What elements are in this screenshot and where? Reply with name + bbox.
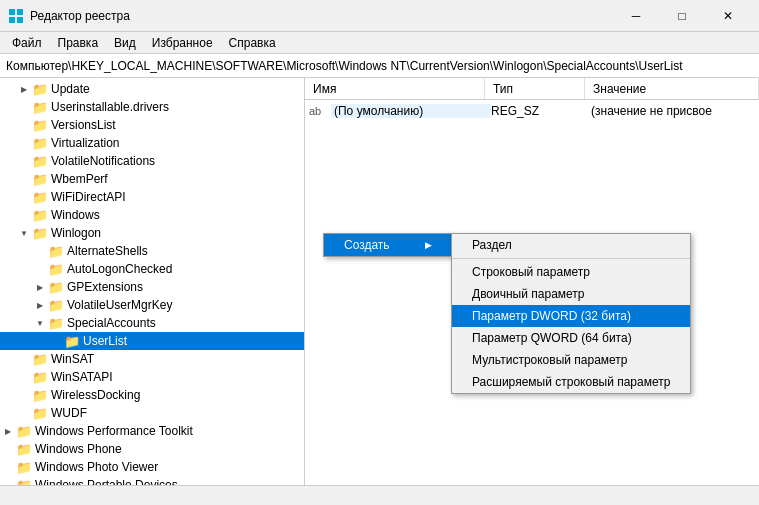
folder-icon: 📁	[16, 423, 32, 439]
tree-item-label: Virtualization	[51, 136, 119, 150]
tree-item[interactable]: ▶📁Windows Portable Devices	[0, 476, 304, 485]
tree-item-label: Windows Photo Viewer	[35, 460, 158, 474]
folder-icon: 📁	[32, 369, 48, 385]
submenu-item-dword[interactable]: Параметр DWORD (32 бита)	[452, 305, 690, 327]
status-bar	[0, 485, 759, 505]
folder-icon: 📁	[48, 297, 64, 313]
tree-item[interactable]: ▶📁WinSAT	[0, 350, 304, 368]
tree-item-label: Winlogon	[51, 226, 101, 240]
submenu-item-qword[interactable]: Параметр QWORD (64 бита)	[452, 327, 690, 349]
tree-item-label: Windows Portable Devices	[35, 478, 178, 485]
close-button[interactable]: ✕	[705, 0, 751, 32]
submenu-item-string[interactable]: Строковый параметр	[452, 261, 690, 283]
tree-item[interactable]: ▶📁Windows Performance Toolkit	[0, 422, 304, 440]
folder-icon: 📁	[16, 459, 32, 475]
tree-item[interactable]: ▶📁AutoLogonChecked	[0, 260, 304, 278]
tree-item[interactable]: ▶📁Windows	[0, 206, 304, 224]
svg-rect-0	[9, 9, 15, 15]
tree-item[interactable]: ▶📁Update	[0, 80, 304, 98]
tree-expander-icon[interactable]: ▶	[16, 81, 32, 97]
tree-item-label: Windows	[51, 208, 100, 222]
address-bar: Компьютер\HKEY_LOCAL_MACHINE\SOFTWARE\Mi…	[0, 54, 759, 78]
tree-item[interactable]: ▶📁WirelessDocking	[0, 386, 304, 404]
menu-bar: Файл Правка Вид Избранное Справка	[0, 32, 759, 54]
svg-rect-3	[17, 17, 23, 23]
context-menu: Создать	[323, 233, 453, 257]
tree-item[interactable]: ▶📁WiFiDirectAPI	[0, 188, 304, 206]
tree-item[interactable]: ▶📁Virtualization	[0, 134, 304, 152]
main-content: ▶📁Update▶📁Userinstallable.drivers▶📁Versi…	[0, 78, 759, 485]
folder-icon: 📁	[32, 117, 48, 133]
cm-create-label: Создать	[344, 238, 390, 252]
address-path: Компьютер\HKEY_LOCAL_MACHINE\SOFTWARE\Mi…	[6, 59, 683, 73]
tree-item-label: VersionsList	[51, 118, 116, 132]
folder-icon: 📁	[48, 261, 64, 277]
app-title: Редактор реестра	[30, 9, 613, 23]
submenu-item-multistring[interactable]: Мультистроковый параметр	[452, 349, 690, 371]
tree-item-label: VolatileNotifications	[51, 154, 155, 168]
folder-icon: 📁	[32, 405, 48, 421]
folder-icon: 📁	[32, 189, 48, 205]
submenu: Раздел Строковый параметр Двоичный парам…	[451, 233, 691, 394]
tree-item[interactable]: ▶📁WinSATAPI	[0, 368, 304, 386]
tree-item[interactable]: ▶📁AlternateShells	[0, 242, 304, 260]
folder-icon: 📁	[16, 441, 32, 457]
folder-icon: 📁	[64, 333, 80, 349]
tree-pane: ▶📁Update▶📁Userinstallable.drivers▶📁Versi…	[0, 78, 305, 485]
tree-expander-icon[interactable]: ▼	[32, 315, 48, 331]
tree-item-label: WirelessDocking	[51, 388, 140, 402]
context-menu-overlay: Создать Раздел Строковый параметр Двоичн…	[305, 78, 759, 485]
tree-item-label: WinSATAPI	[51, 370, 113, 384]
tree-item-label: VolatileUserMgrKey	[67, 298, 172, 312]
menu-view[interactable]: Вид	[106, 34, 144, 52]
menu-favorites[interactable]: Избранное	[144, 34, 221, 52]
tree-item[interactable]: ▼📁Winlogon	[0, 224, 304, 242]
svg-rect-2	[9, 17, 15, 23]
menu-edit[interactable]: Правка	[50, 34, 107, 52]
tree-item[interactable]: ▶📁UserList	[0, 332, 304, 350]
tree-item-label: Windows Phone	[35, 442, 122, 456]
folder-icon: 📁	[48, 315, 64, 331]
tree-item[interactable]: ▼📁SpecialAccounts	[0, 314, 304, 332]
app-icon	[8, 8, 24, 24]
tree-item[interactable]: ▶📁VersionsList	[0, 116, 304, 134]
cm-create-item[interactable]: Создать	[324, 234, 452, 256]
tree-item-label: WinSAT	[51, 352, 94, 366]
tree-item[interactable]: ▶📁VolatileUserMgrKey	[0, 296, 304, 314]
tree-item-label: WbemPerf	[51, 172, 108, 186]
title-bar: Редактор реестра ─ □ ✕	[0, 0, 759, 32]
maximize-button[interactable]: □	[659, 0, 705, 32]
submenu-separator	[452, 258, 690, 259]
tree-item-label: Update	[51, 82, 90, 96]
submenu-item-binary[interactable]: Двоичный параметр	[452, 283, 690, 305]
window-controls: ─ □ ✕	[613, 0, 751, 32]
menu-help[interactable]: Справка	[221, 34, 284, 52]
right-pane: Имя Тип Значение ab (По умолчанию) REG_S…	[305, 78, 759, 485]
folder-icon: 📁	[32, 99, 48, 115]
tree-item[interactable]: ▶📁Windows Photo Viewer	[0, 458, 304, 476]
tree-item[interactable]: ▶📁WbemPerf	[0, 170, 304, 188]
folder-icon: 📁	[32, 135, 48, 151]
tree-expander-icon[interactable]: ▶	[32, 279, 48, 295]
minimize-button[interactable]: ─	[613, 0, 659, 32]
tree-item[interactable]: ▶📁GPExtensions	[0, 278, 304, 296]
tree-scroll[interactable]: ▶📁Update▶📁Userinstallable.drivers▶📁Versi…	[0, 78, 304, 485]
submenu-item-expandstring[interactable]: Расширяемый строковый параметр	[452, 371, 690, 393]
folder-icon: 📁	[32, 387, 48, 403]
folder-icon: 📁	[32, 351, 48, 367]
folder-icon: 📁	[32, 207, 48, 223]
folder-icon: 📁	[32, 153, 48, 169]
tree-expander-icon[interactable]: ▶	[0, 423, 16, 439]
tree-item-label: Userinstallable.drivers	[51, 100, 169, 114]
folder-icon: 📁	[32, 225, 48, 241]
tree-item-label: UserList	[83, 334, 127, 348]
folder-icon: 📁	[32, 171, 48, 187]
tree-item[interactable]: ▶📁VolatileNotifications	[0, 152, 304, 170]
submenu-item-section[interactable]: Раздел	[452, 234, 690, 256]
tree-item[interactable]: ▶📁WUDF	[0, 404, 304, 422]
tree-item[interactable]: ▶📁Windows Phone	[0, 440, 304, 458]
tree-expander-icon[interactable]: ▶	[32, 297, 48, 313]
tree-item[interactable]: ▶📁Userinstallable.drivers	[0, 98, 304, 116]
menu-file[interactable]: Файл	[4, 34, 50, 52]
tree-expander-icon[interactable]: ▼	[16, 225, 32, 241]
